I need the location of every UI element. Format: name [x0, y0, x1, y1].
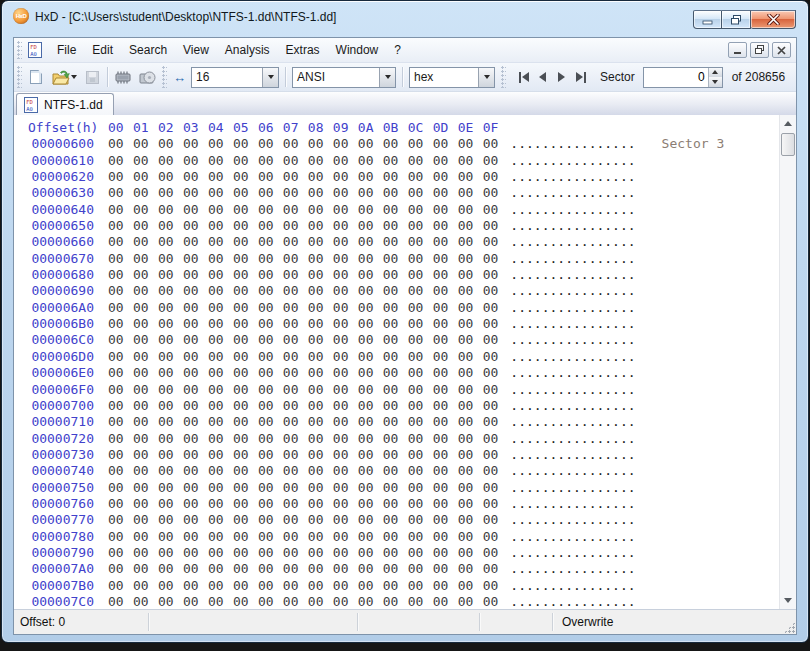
document-icon: FD A0 — [27, 42, 43, 58]
toolbar-grip-2[interactable] — [162, 66, 167, 88]
next-sector-button[interactable] — [552, 67, 571, 87]
open-file-button[interactable] — [48, 65, 80, 89]
minimize-icon — [702, 14, 713, 25]
scroll-up-button[interactable] — [780, 115, 796, 132]
hex-row[interactable]: 0000062000 00 00 00 00 00 00 00 00 00 00… — [14, 169, 796, 185]
menu-window[interactable]: Window — [328, 40, 387, 60]
menu-help[interactable]: ? — [386, 40, 409, 60]
title-bar[interactable]: HxD HxD - [C:\Users\student\Desktop\NTFS… — [2, 1, 808, 37]
status-separator — [148, 613, 149, 631]
row-offset: 000006E0 — [28, 365, 94, 381]
hex-row[interactable]: 000006D000 00 00 00 00 00 00 00 00 00 00… — [14, 349, 796, 365]
hex-row[interactable]: 000007A000 00 00 00 00 00 00 00 00 00 00… — [14, 561, 796, 577]
open-ram-button[interactable] — [111, 65, 135, 89]
dropdown-button[interactable] — [262, 68, 278, 87]
new-file-button[interactable] — [24, 65, 48, 89]
minimize-button[interactable] — [693, 10, 722, 29]
mdi-close-button[interactable] — [772, 42, 791, 58]
hex-row[interactable]: 0000067000 00 00 00 00 00 00 00 00 00 00… — [14, 251, 796, 267]
row-offset: 000007C0 — [28, 594, 94, 609]
menu-search[interactable]: Search — [121, 40, 175, 60]
spin-up-button[interactable] — [709, 68, 722, 78]
open-disk-button[interactable] — [135, 65, 159, 89]
mdi-restore-button[interactable] — [750, 42, 769, 58]
row-offset: 000006C0 — [28, 332, 94, 348]
hex-row[interactable]: 0000071000 00 00 00 00 00 00 00 00 00 00… — [14, 414, 796, 430]
hex-row[interactable]: 0000066000 00 00 00 00 00 00 00 00 00 00… — [14, 234, 796, 250]
chevron-down-icon — [484, 75, 490, 79]
scroll-down-button[interactable] — [780, 592, 796, 609]
scroll-down-icon — [784, 598, 792, 603]
offset-base-select[interactable]: hex — [409, 67, 495, 88]
mdi-minimize-button[interactable] — [728, 42, 747, 58]
save-button[interactable] — [80, 65, 104, 89]
hex-row[interactable]: 000006C000 00 00 00 00 00 00 00 00 00 00… — [14, 332, 796, 348]
toolbar-grip-1[interactable] — [17, 66, 22, 88]
hex-row[interactable]: 0000077000 00 00 00 00 00 00 00 00 00 00… — [14, 512, 796, 528]
row-bytes: 00 00 00 00 00 00 00 00 00 00 00 00 00 0… — [108, 529, 498, 545]
row-ascii: ................ — [510, 398, 635, 414]
mdi-minimize-icon — [734, 46, 742, 55]
hex-row[interactable]: 000007C000 00 00 00 00 00 00 00 00 00 00… — [14, 594, 796, 609]
menu-bar: FD A0 File Edit Search View Analysis Ext… — [14, 38, 796, 63]
bytes-per-row-select[interactable]: 16 — [191, 67, 279, 88]
menu-analysis[interactable]: Analysis — [217, 40, 278, 60]
charset-select[interactable]: ANSI — [292, 67, 396, 88]
vertical-scrollbar[interactable] — [779, 115, 796, 609]
scrollbar-thumb[interactable] — [781, 133, 795, 156]
row-ascii: ................ — [510, 365, 635, 381]
previous-sector-button[interactable] — [533, 67, 552, 87]
hex-row[interactable]: 0000075000 00 00 00 00 00 00 00 00 00 00… — [14, 480, 796, 496]
menu-edit[interactable]: Edit — [84, 40, 121, 60]
hex-row[interactable]: 0000076000 00 00 00 00 00 00 00 00 00 00… — [14, 496, 796, 512]
dropdown-button[interactable] — [478, 68, 494, 87]
tab-ntfs-1-dd[interactable]: FD A0 NTFS-1.dd — [16, 93, 114, 115]
hex-row[interactable]: 0000068000 00 00 00 00 00 00 00 00 00 00… — [14, 267, 796, 283]
status-bar: Offset: 0 Overwrite — [14, 609, 796, 634]
last-sector-button[interactable] — [571, 67, 590, 87]
hex-row[interactable]: 000006B000 00 00 00 00 00 00 00 00 00 00… — [14, 316, 796, 332]
row-offset: 00000610 — [28, 153, 94, 169]
row-offset: 00000730 — [28, 447, 94, 463]
hex-rows: 0000060000 00 00 00 00 00 00 00 00 00 00… — [14, 136, 796, 609]
hex-row[interactable]: 000006E000 00 00 00 00 00 00 00 00 00 00… — [14, 365, 796, 381]
toolbar-grip-3[interactable] — [501, 66, 506, 88]
row-offset: 00000750 — [28, 480, 94, 496]
svg-text:FD: FD — [30, 44, 37, 50]
hex-row[interactable]: 0000069000 00 00 00 00 00 00 00 00 00 00… — [14, 283, 796, 299]
row-bytes: 00 00 00 00 00 00 00 00 00 00 00 00 00 0… — [108, 267, 498, 283]
mdi-restore-icon — [755, 45, 765, 55]
row-offset: 00000740 — [28, 463, 94, 479]
row-offset: 00000600 — [28, 136, 94, 152]
row-offset: 00000760 — [28, 496, 94, 512]
hex-row[interactable]: 0000061000 00 00 00 00 00 00 00 00 00 00… — [14, 153, 796, 169]
resize-grip[interactable] — [784, 622, 795, 633]
hex-row[interactable]: 0000064000 00 00 00 00 00 00 00 00 00 00… — [14, 202, 796, 218]
hex-row[interactable]: 000007B000 00 00 00 00 00 00 00 00 00 00… — [14, 578, 796, 594]
restore-button[interactable] — [722, 10, 751, 29]
hex-row[interactable]: 0000072000 00 00 00 00 00 00 00 00 00 00… — [14, 431, 796, 447]
hex-row[interactable]: 0000063000 00 00 00 00 00 00 00 00 00 00… — [14, 185, 796, 201]
sector-spinbox — [643, 67, 723, 88]
first-sector-button[interactable] — [514, 67, 533, 87]
close-button[interactable] — [751, 10, 796, 29]
hex-row[interactable]: 000006A000 00 00 00 00 00 00 00 00 00 00… — [14, 300, 796, 316]
hex-row[interactable]: 0000078000 00 00 00 00 00 00 00 00 00 00… — [14, 529, 796, 545]
row-bytes: 00 00 00 00 00 00 00 00 00 00 00 00 00 0… — [108, 365, 498, 381]
hex-row[interactable]: 0000060000 00 00 00 00 00 00 00 00 00 00… — [14, 136, 796, 152]
hex-row[interactable]: 0000065000 00 00 00 00 00 00 00 00 00 00… — [14, 218, 796, 234]
menubar-grip[interactable] — [17, 41, 22, 59]
hex-row[interactable]: 0000073000 00 00 00 00 00 00 00 00 00 00… — [14, 447, 796, 463]
menu-extras[interactable]: Extras — [278, 40, 328, 60]
dropdown-button[interactable] — [379, 68, 395, 87]
menu-view[interactable]: View — [175, 40, 217, 60]
chevron-down-icon — [385, 75, 391, 79]
hex-row[interactable]: 0000079000 00 00 00 00 00 00 00 00 00 00… — [14, 545, 796, 561]
hex-row[interactable]: 0000074000 00 00 00 00 00 00 00 00 00 00… — [14, 463, 796, 479]
hex-row[interactable]: 0000070000 00 00 00 00 00 00 00 00 00 00… — [14, 398, 796, 414]
sector-input[interactable] — [644, 68, 708, 87]
spin-down-button[interactable] — [709, 77, 722, 87]
menu-file[interactable]: File — [49, 40, 84, 60]
hex-row[interactable]: 000006F000 00 00 00 00 00 00 00 00 00 00… — [14, 382, 796, 398]
hex-editor-panel[interactable]: Offset(h)00 01 02 03 04 05 06 07 08 09 0… — [14, 115, 796, 609]
